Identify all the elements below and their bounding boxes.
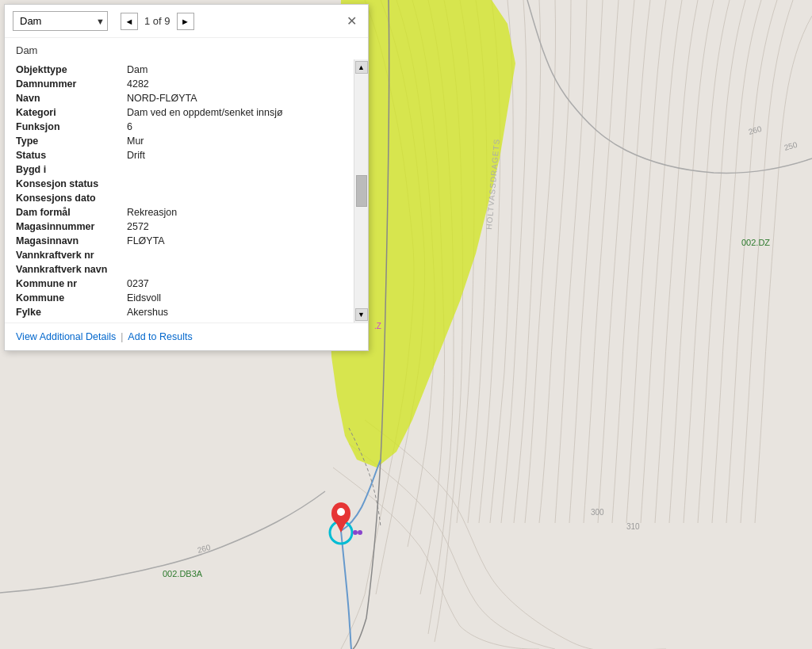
field-row: Damnummer4282 [16,77,343,91]
nav-prev-button[interactable]: ◄ [121,13,138,30]
field-row: MagasinnavnFLØYTA [16,234,343,248]
field-value: 4282 [127,78,149,90]
field-row: Bygd i [16,162,343,177]
scrollbar[interactable]: ▲ ▼ [354,59,368,323]
field-value: NORD-FLØYTA [127,93,197,104]
field-row: Kommune nr0237 [16,277,343,291]
field-row: Dam formålRekreasjon [16,205,343,220]
field-row: KommuneEidsvoll [16,291,343,305]
field-row: Magasinnummer2572 [16,220,343,234]
popup-panel: Dam ▼ ◄ 1 of 9 ► ✕ Dam ObjekttypeDamDamn… [4,4,369,351]
field-value: Akershus [127,307,168,318]
field-label: Dam formål [16,207,127,218]
field-row: Konsesjon status [16,177,343,191]
field-label: Fylke [16,307,127,318]
svg-text:.Z: .Z [374,322,381,330]
field-label: Vannkraftverk navn [16,264,127,275]
popup-footer: View Additional Details | Add to Results [5,323,368,350]
field-label: Magasinnummer [16,221,127,232]
field-label: Type [16,136,127,147]
field-label: Damnummer [16,78,127,90]
nav-controls: ◄ 1 of 9 ► [121,13,194,30]
field-row: FylkeAkershus [16,305,343,319]
field-value: Drift [127,150,145,161]
field-value: Mur [127,136,144,147]
footer-separator: | [121,331,123,342]
field-row: NavnNORD-FLØYTA [16,91,343,105]
svg-point-13 [337,508,345,516]
field-label: Kategori [16,107,127,118]
field-label: Navn [16,93,127,104]
field-value: 2572 [127,221,149,232]
field-label: Status [16,150,127,161]
field-row: TypeMur [16,134,343,148]
field-row: ObjekttypeDam [16,63,343,77]
scroll-thumb[interactable] [356,175,367,207]
svg-text:310: 310 [626,522,640,531]
svg-text:300: 300 [591,508,604,517]
field-row: StatusDrift [16,148,343,162]
field-label: Funksjon [16,121,127,132]
popup-header: Dam ▼ ◄ 1 of 9 ► ✕ [5,5,368,38]
nav-position-label: 1 of 9 [141,15,174,27]
field-label: Vannkraftverk nr [16,250,127,261]
field-label: Kommune [16,292,127,304]
field-row: Funksjon6 [16,120,343,134]
field-label: Objekttype [16,64,127,75]
field-value: FLØYTA [127,235,165,246]
scroll-up-button[interactable]: ▲ [355,61,368,74]
field-label: Konsesjon status [16,178,127,189]
svg-point-16 [358,530,362,535]
field-row: Konsesjons dato [16,191,343,205]
svg-point-15 [353,530,358,535]
svg-text:002.DZ: 002.DZ [741,238,770,247]
field-label: Kommune nr [16,278,127,289]
nav-next-button[interactable]: ► [177,13,194,30]
field-label: Konsesjons dato [16,193,127,204]
popup-title: Dam [5,38,368,59]
add-to-results-link[interactable]: Add to Results [128,331,192,342]
field-label: Magasinnavn [16,235,127,246]
field-row: Vannkraftverk navn [16,262,343,277]
field-value: Dam [127,64,147,75]
popup-content: ObjekttypeDamDamnummer4282NavnNORD-FLØYT… [5,59,354,323]
view-details-link[interactable]: View Additional Details [16,331,116,342]
popup-select-wrapper[interactable]: Dam ▼ [13,11,108,31]
popup-body: ObjekttypeDamDamnummer4282NavnNORD-FLØYT… [5,59,368,323]
field-value: 0237 [127,278,149,289]
scroll-down-button[interactable]: ▼ [355,308,368,321]
field-label: Bygd i [16,164,127,175]
close-button[interactable]: ✕ [343,12,360,30]
feature-type-select[interactable]: Dam [13,11,108,31]
field-value: 6 [127,121,132,132]
field-value: Dam ved en oppdemt/senket innsjø [127,107,283,118]
field-value: Rekreasjon [127,207,177,218]
field-row: KategoriDam ved en oppdemt/senket innsjø [16,105,343,120]
field-value: Eidsvoll [127,292,161,304]
field-row: Vannkraftverk nr [16,248,343,262]
svg-text:002.DB3A: 002.DB3A [163,569,203,578]
